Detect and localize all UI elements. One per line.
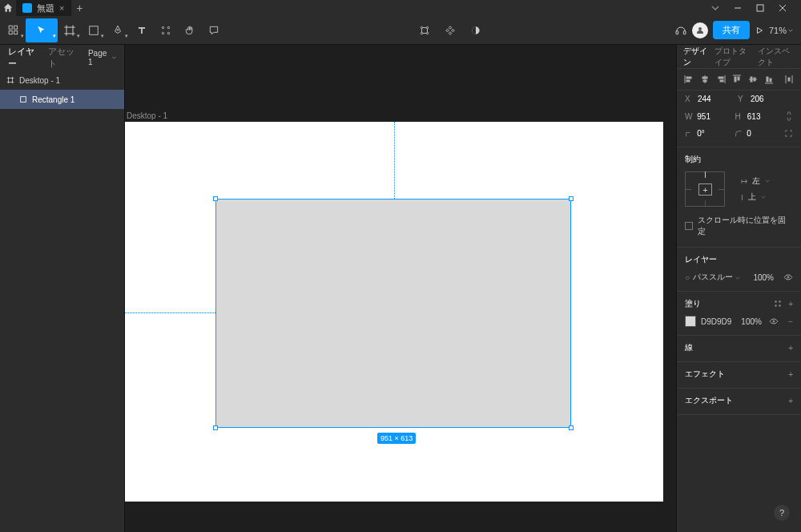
blend-mode-select[interactable]: パススルー: [693, 272, 740, 283]
stroke-heading: 線: [685, 342, 693, 353]
window-minimize[interactable]: [734, 4, 756, 12]
file-tab[interactable]: 無題 ×: [16, 0, 71, 16]
fill-heading: 塗り: [685, 298, 701, 309]
align-bottom-icon[interactable]: [763, 74, 775, 85]
mask-button[interactable]: [464, 18, 488, 42]
arrow-v-icon: Ⅰ: [741, 193, 743, 202]
constraint-horizontal[interactable]: ↦ 左: [733, 173, 801, 189]
zoom-dropdown[interactable]: 71%: [769, 26, 793, 35]
visibility-icon[interactable]: [783, 273, 793, 281]
link-dimensions-icon[interactable]: [785, 111, 793, 121]
resize-handle-tl[interactable]: [213, 196, 218, 201]
arrow-h-icon: ↦: [741, 177, 747, 186]
page-selector[interactable]: Page 1: [88, 49, 116, 66]
add-fill-icon[interactable]: +: [788, 300, 793, 308]
more-align-icon[interactable]: [783, 74, 795, 85]
blend-mode-icon: ○: [685, 273, 690, 282]
rotation-input[interactable]: 0°: [697, 129, 731, 138]
w-input[interactable]: 951: [697, 112, 731, 121]
window-maximize[interactable]: [756, 4, 779, 12]
svg-rect-40: [735, 77, 736, 82]
add-stroke-icon[interactable]: +: [788, 344, 793, 353]
svg-rect-32: [686, 80, 690, 82]
create-component-button[interactable]: [438, 18, 462, 42]
inspect-tab[interactable]: インスペクト: [758, 46, 795, 68]
svg-rect-43: [751, 77, 752, 82]
resize-handle-br[interactable]: [569, 425, 574, 430]
selected-rectangle[interactable]: [215, 199, 571, 428]
svg-point-52: [775, 300, 777, 303]
layer-rectangle-row[interactable]: Rectangle 1: [0, 90, 124, 109]
svg-rect-50: [788, 78, 790, 81]
radius-input[interactable]: 0: [747, 129, 781, 138]
home-button[interactable]: [0, 0, 16, 16]
svg-rect-29: [21, 97, 26, 103]
main-menu-button[interactable]: ▾: [2, 18, 26, 42]
independent-corners-icon[interactable]: [784, 129, 793, 138]
fill-color-input[interactable]: D9D9D9: [701, 317, 731, 326]
add-export-icon[interactable]: +: [788, 397, 793, 405]
canvas[interactable]: Desktop - 1 951 × 613: [125, 45, 676, 532]
fill-visibility-icon[interactable]: [769, 317, 779, 325]
tab-title: 無題: [37, 2, 54, 14]
move-tool[interactable]: ▾: [26, 18, 58, 42]
assets-tab[interactable]: アセット: [48, 46, 78, 70]
fix-scroll-checkbox[interactable]: スクロール時に位置を固定: [677, 210, 801, 242]
prototype-tab[interactable]: プロトタイプ: [714, 46, 751, 68]
svg-rect-10: [90, 26, 99, 34]
window-close[interactable]: [779, 4, 801, 12]
fill-opacity-input[interactable]: 100%: [741, 317, 762, 326]
frame-tool[interactable]: ▾: [58, 18, 82, 42]
svg-rect-38: [720, 80, 723, 82]
add-effect-icon[interactable]: +: [788, 370, 793, 379]
resources-tool[interactable]: [154, 18, 178, 42]
radius-icon: [735, 130, 743, 138]
resize-handle-bl[interactable]: [213, 425, 218, 430]
audio-icon[interactable]: [674, 24, 687, 37]
align-left-icon[interactable]: [683, 74, 694, 85]
frame-label[interactable]: Desktop - 1: [127, 111, 167, 120]
smart-guide-horizontal: [125, 312, 215, 313]
align-hcenter-icon[interactable]: [699, 74, 710, 85]
layer-opacity-input[interactable]: 100%: [753, 273, 774, 282]
svg-point-12: [162, 26, 163, 28]
design-tab[interactable]: デザイン: [683, 46, 708, 68]
align-top-icon[interactable]: [731, 74, 743, 85]
svg-point-54: [775, 304, 777, 307]
remove-fill-icon[interactable]: −: [788, 317, 793, 326]
h-input[interactable]: 613: [747, 112, 782, 121]
share-button[interactable]: 共有: [713, 21, 750, 39]
user-avatar[interactable]: [692, 22, 708, 38]
hand-tool[interactable]: [178, 18, 202, 42]
fill-swatch[interactable]: [685, 316, 696, 327]
shape-tool[interactable]: ▾: [82, 18, 106, 42]
pen-tool[interactable]: ▾: [106, 18, 130, 42]
edit-object-button[interactable]: [413, 18, 437, 42]
toolbar: ▾ ▾ ▾ ▾ ▾: [0, 16, 801, 45]
chevron-down-icon[interactable]: [711, 6, 734, 10]
present-button[interactable]: [755, 26, 764, 35]
layer-frame-row[interactable]: Desktop - 1: [0, 71, 124, 90]
svg-point-19: [421, 32, 422, 34]
align-right-icon[interactable]: [715, 74, 727, 85]
svg-rect-41: [738, 77, 739, 80]
help-button[interactable]: ?: [774, 505, 790, 521]
x-input[interactable]: 244: [698, 95, 735, 103]
constraint-vertical[interactable]: Ⅰ 上: [733, 189, 801, 205]
style-icon[interactable]: [774, 300, 782, 308]
y-input[interactable]: 206: [751, 95, 787, 103]
layer-section-heading: レイヤー: [685, 254, 717, 265]
layers-tab[interactable]: レイヤー: [8, 46, 38, 70]
constraints-heading: 制約: [685, 154, 701, 165]
svg-rect-37: [718, 77, 723, 79]
resize-handle-tr[interactable]: [569, 196, 574, 201]
new-tab-button[interactable]: +: [71, 2, 87, 14]
svg-rect-1: [757, 5, 763, 11]
checkbox-icon: [685, 222, 693, 230]
comment-tool[interactable]: [202, 18, 226, 42]
text-tool[interactable]: [130, 18, 154, 42]
constraint-widget[interactable]: +: [685, 171, 725, 207]
align-vcenter-icon[interactable]: [747, 74, 759, 85]
close-tab-icon[interactable]: ×: [59, 3, 64, 13]
artboard[interactable]: 951 × 613: [125, 122, 663, 502]
